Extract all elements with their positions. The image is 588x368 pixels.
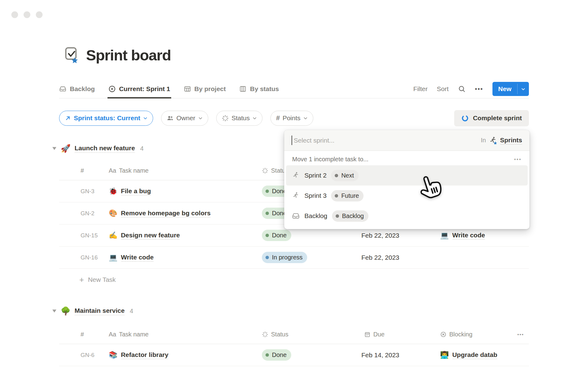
tab-current-sprint[interactable]: Current: Sprint 1 [108, 80, 170, 98]
group-count: 4 [130, 308, 133, 315]
view-tabs-bar: Backlog Current: Sprint 1 By project [59, 80, 529, 98]
chip-status[interactable]: Status [216, 111, 263, 126]
task-id: GN-2 [59, 210, 109, 217]
dropdown-item-sprint-2[interactable]: Sprint 2 Next [286, 165, 528, 186]
task-name-link[interactable]: Design new feature [121, 232, 180, 240]
dropdown-section-header: Move 1 incomplete task to... ••• [284, 151, 530, 165]
chevron-down-icon [198, 116, 203, 121]
group-count: 4 [140, 145, 144, 152]
task-id: GN-3 [59, 188, 109, 195]
group-emoji: 🚀 [61, 144, 70, 152]
tab-by-status[interactable]: By status [239, 80, 279, 98]
column-options-icon[interactable]: ••• [514, 332, 529, 337]
status-badge[interactable]: Done [262, 349, 291, 361]
spinner-icon [262, 167, 268, 174]
chip-owner[interactable]: Owner [161, 111, 208, 126]
group-name-link[interactable]: Launch new feature [74, 144, 135, 153]
inbox-icon [292, 212, 300, 220]
tab-backlog[interactable]: Backlog [59, 80, 95, 98]
blocking-emoji: 👨‍💻 [440, 351, 449, 358]
dropdown-item-sprint-3[interactable]: Sprint 3 Future [286, 186, 528, 206]
sprint-search-row: Select sprint... In Sprints [284, 130, 530, 151]
blocking-task-link[interactable]: Upgrade datab [452, 351, 497, 359]
collapse-toggle-icon[interactable] [52, 309, 57, 313]
task-emoji: 💻 [109, 254, 118, 261]
table-row[interactable]: GN-16 💻 Write code In progress Feb 22, 2… [59, 247, 529, 269]
sprint-status-badge: Backlog [332, 210, 368, 222]
blocking-task-link[interactable]: Write code [452, 232, 485, 240]
task-emoji: ✍️ [109, 232, 118, 239]
status-dot [266, 212, 269, 215]
text-cursor [292, 136, 292, 145]
chip-label: Owner [176, 114, 195, 122]
complete-sprint-button[interactable]: Complete sprint [454, 110, 529, 126]
sprint-status-badge: Future [331, 190, 364, 201]
status-badge[interactable]: Done [262, 230, 291, 241]
section-options-icon[interactable]: ••• [514, 157, 522, 162]
new-task-button[interactable]: + New Task [59, 269, 529, 291]
column-header-id[interactable]: # [59, 331, 109, 338]
sprint-status-badge: Next [331, 170, 358, 181]
spinner-icon [262, 331, 268, 338]
window-zoom-button[interactable] [36, 11, 43, 18]
filter-chips: Sprint status: Current Owner [59, 111, 313, 126]
sprint-name: Backlog [304, 212, 327, 220]
board-columns-icon [239, 85, 247, 93]
window-minimize-button[interactable] [24, 11, 30, 18]
due-date[interactable]: Feb 22, 2023 [361, 254, 440, 261]
chevron-down-icon[interactable] [518, 82, 529, 96]
dropdown-item-backlog[interactable]: Backlog Backlog [286, 206, 528, 226]
sprints-database-link[interactable]: Sprints [500, 136, 522, 144]
inbox-icon [59, 85, 66, 93]
status-dot [266, 353, 269, 357]
group-name-link[interactable]: Maintain service [74, 307, 124, 315]
group-header-launch-new-feature: 🚀 Launch new feature 4 [52, 142, 144, 155]
chip-sprint-status[interactable]: Sprint status: Current [59, 111, 153, 126]
filter-button[interactable]: Filter [413, 85, 428, 93]
search-icon[interactable] [458, 85, 466, 93]
status-dot [266, 234, 269, 237]
view-tabs: Backlog Current: Sprint 1 By project [59, 80, 279, 98]
task-emoji: 🐞 [109, 188, 118, 195]
more-options-icon[interactable]: ••• [475, 86, 483, 93]
tab-by-project[interactable]: By project [184, 80, 226, 98]
tab-label: By status [250, 85, 279, 93]
window-controls [11, 11, 43, 18]
sprint-search-input[interactable]: Select sprint... [294, 137, 334, 144]
spinner-icon [222, 115, 229, 122]
status-badge[interactable]: In progress [262, 252, 307, 263]
sort-button[interactable]: Sort [437, 85, 449, 93]
column-header-id[interactable]: # [59, 167, 109, 174]
chip-points[interactable]: # Points [270, 111, 313, 126]
task-emoji: 🎨 [109, 210, 118, 217]
window-close-button[interactable] [11, 11, 18, 18]
arrow-up-right-icon [65, 115, 71, 121]
sprint-cycle-icon [461, 114, 469, 122]
column-header-due[interactable]: Due [361, 331, 440, 338]
column-header-blocking[interactable]: Blocking [440, 331, 514, 338]
hand-cursor [418, 175, 442, 201]
task-name-link[interactable]: File a bug [121, 187, 151, 195]
group-emoji: 🌳 [61, 307, 70, 315]
text-type-icon: Aa [109, 331, 116, 338]
due-date[interactable]: Feb 14, 2023 [361, 351, 440, 359]
task-name-link[interactable]: Remove homepage bg colors [121, 209, 211, 217]
blocked-circle-x-icon [440, 331, 447, 338]
column-header-status[interactable]: Status [262, 331, 361, 338]
task-name-link[interactable]: Write code [121, 254, 154, 262]
chevron-down-icon [252, 116, 257, 121]
column-header-task-name[interactable]: Aa Task name [109, 331, 262, 338]
table-row[interactable]: GN-6 📚 Refactor library Done Feb 14, 202… [59, 344, 529, 366]
due-date[interactable]: Feb 22, 2023 [361, 232, 440, 239]
column-header-task-name[interactable]: Aa Task name [109, 167, 262, 174]
chip-label: Points [283, 114, 300, 122]
status-dot [335, 174, 338, 177]
runner-icon [292, 171, 300, 179]
task-name-link[interactable]: Refactor library [121, 351, 168, 359]
table-header-row: # Aa Task name Status [59, 325, 529, 344]
new-button[interactable]: New [492, 82, 517, 96]
runner-star-icon [489, 136, 497, 145]
collapse-toggle-icon[interactable] [52, 147, 57, 150]
task-id: GN-15 [59, 232, 109, 239]
text-type-icon: Aa [109, 167, 116, 174]
